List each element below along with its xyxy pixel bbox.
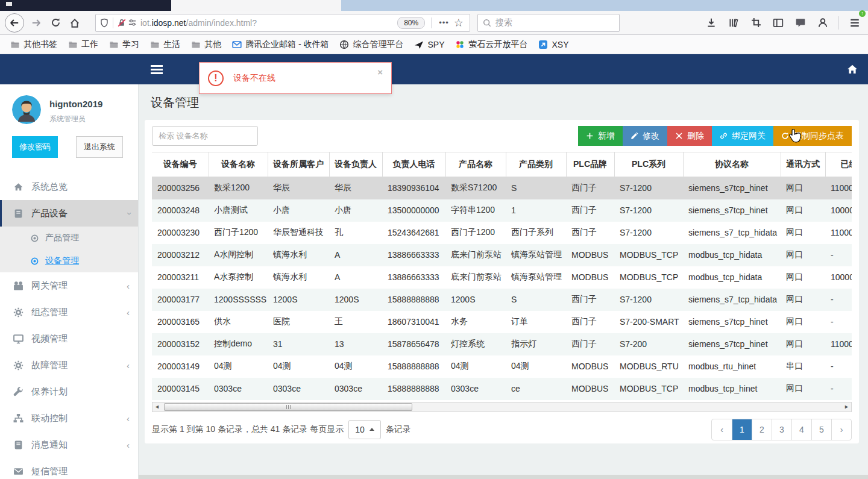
change-password-button[interactable]: 修改密码 bbox=[12, 136, 58, 158]
messages-bubble-icon[interactable] bbox=[792, 13, 809, 33]
url-bar[interactable]: iot.idosp.net/admin/index.html? 80% ••• … bbox=[95, 14, 470, 32]
column-header[interactable]: 负责人电话 bbox=[382, 152, 445, 177]
tracking-shield-icon[interactable] bbox=[99, 18, 109, 28]
强制同步点表-button[interactable]: 强制同步点表 bbox=[773, 126, 852, 146]
monitor-icon bbox=[13, 334, 24, 344]
sidebars-icon[interactable] bbox=[770, 13, 787, 33]
column-header[interactable]: 设备负责人 bbox=[329, 152, 382, 177]
page-4[interactable]: 4 bbox=[791, 419, 811, 440]
table-row[interactable]: 200003165供水医院王18607310041水务订单西门子S7-200-S… bbox=[152, 311, 852, 333]
sidebar-item-保养计划[interactable]: 保养计划 bbox=[0, 378, 138, 405]
page-3[interactable]: 3 bbox=[772, 419, 791, 440]
table-row[interactable]: 2000031450303ce0303ce0303ce1588888888803… bbox=[152, 378, 852, 400]
browser-toolbar: iot.idosp.net/admin/index.html? 80% ••• … bbox=[0, 11, 868, 35]
reload-button[interactable] bbox=[46, 13, 65, 33]
screenshot-crop-icon[interactable] bbox=[747, 13, 764, 33]
column-header[interactable]: PLC品牌 bbox=[566, 152, 614, 177]
bookmark-item[interactable]: 学习 bbox=[105, 37, 143, 52]
bookmark-item[interactable]: 工作 bbox=[64, 37, 102, 52]
column-header[interactable]: 已绑定网关 bbox=[825, 152, 852, 177]
table-row[interactable]: 2000031771200SSSSSS1200S1200S15888888888… bbox=[152, 289, 852, 311]
table-row[interactable]: 20000314904测04测04测1588888888804测04测MODBU… bbox=[152, 355, 852, 378]
bookmark-item[interactable]: 其他书签 bbox=[6, 37, 61, 52]
sidebar-item-故障管理[interactable]: 故障管理‹ bbox=[0, 352, 138, 378]
permissions-icon[interactable] bbox=[128, 18, 137, 27]
downloads-icon[interactable] bbox=[703, 13, 720, 33]
page-5[interactable]: 5 bbox=[811, 419, 831, 440]
新增-button[interactable]: 新增 bbox=[578, 126, 623, 146]
sidebar-item-网关管理[interactable]: 网关管理‹ bbox=[0, 272, 138, 299]
sidebar-item-产品管理[interactable]: 产品管理 bbox=[0, 227, 138, 249]
horizontal-scrollbar[interactable]: ◄ ► bbox=[152, 402, 852, 412]
scroll-right-arrow[interactable]: ► bbox=[842, 402, 851, 412]
bookmark-star-icon[interactable]: ☆ bbox=[454, 16, 464, 30]
library-icon[interactable] bbox=[725, 13, 742, 33]
bookmark-item[interactable]: SPY bbox=[410, 38, 448, 51]
table-row[interactable]: 200003211A水泵控制镇海水利A13886663333底来门前泵站镇海泵站… bbox=[152, 266, 852, 289]
column-header[interactable]: 通讯方式 bbox=[781, 152, 825, 177]
修改-button[interactable]: 修改 bbox=[623, 126, 667, 146]
page-next[interactable]: › bbox=[831, 419, 851, 440]
bookmark-item[interactable]: 综合管理平台 bbox=[335, 37, 407, 52]
url-text: iot.idosp.net/admin/index.html? bbox=[140, 18, 395, 28]
scroll-left-arrow[interactable]: ◄ bbox=[153, 402, 162, 412]
page-actions-icon[interactable]: ••• bbox=[439, 18, 449, 27]
page-1[interactable]: 1 bbox=[732, 419, 752, 440]
table-row[interactable]: 200003248小唐测试小唐小唐13500000000字符串12001西门子S… bbox=[152, 199, 852, 222]
bookmark-item[interactable]: 萤石云开放平台 bbox=[451, 37, 532, 52]
删除-button[interactable]: 删除 bbox=[667, 126, 712, 146]
home-button[interactable] bbox=[65, 13, 84, 33]
chevron-down-icon: ‹ bbox=[123, 212, 133, 215]
column-header[interactable]: 产品类别 bbox=[506, 152, 566, 177]
sidebar-toggle-icon[interactable] bbox=[151, 63, 163, 75]
table-row[interactable]: 200003256数采1200华辰华辰18390936104数采S71200S西… bbox=[152, 177, 852, 199]
forward-button[interactable] bbox=[27, 13, 46, 33]
app-header bbox=[0, 54, 868, 84]
绑定网关-button[interactable]: 绑定网关 bbox=[712, 126, 773, 146]
sidebar: hignton2019 系统管理员 修改密码 退出系统 系统总览产品设备‹产品管… bbox=[0, 54, 139, 479]
bookmark-item[interactable]: 其他 bbox=[187, 37, 225, 52]
chevron-left-icon: ‹ bbox=[127, 413, 130, 424]
browser-tab-active[interactable] bbox=[0, 0, 171, 11]
table-row[interactable]: 200003212A水闸控制镇海水利A13886663333底来门前泵站镇海泵站… bbox=[152, 244, 852, 266]
header-home-icon[interactable] bbox=[846, 63, 858, 75]
insecure-lock-icon[interactable] bbox=[117, 18, 127, 28]
sidebar-item-系统总览[interactable]: 系统总览 bbox=[0, 174, 138, 200]
envelope-icon bbox=[13, 466, 24, 477]
search-bar[interactable]: 搜索 bbox=[477, 14, 620, 32]
zoom-level-badge[interactable]: 80% bbox=[397, 17, 425, 29]
sidebar-item-设备管理[interactable]: 设备管理 bbox=[0, 249, 138, 272]
column-header[interactable]: 协议名称 bbox=[683, 152, 781, 177]
device-search-input[interactable] bbox=[152, 126, 258, 146]
browser-tab-inactive[interactable] bbox=[171, 0, 341, 11]
page-2[interactable]: 2 bbox=[752, 419, 772, 440]
scrollbar-thumb[interactable] bbox=[164, 403, 412, 411]
sidebar-item-产品设备[interactable]: 产品设备‹ bbox=[0, 200, 138, 227]
sidebar-item-视频管理[interactable]: 视频管理 bbox=[0, 325, 138, 352]
gears-icon bbox=[13, 360, 24, 371]
alert-close-icon[interactable]: × bbox=[377, 69, 383, 76]
link-icon bbox=[720, 132, 728, 140]
page-title: 设备管理 bbox=[151, 95, 868, 111]
column-header[interactable]: PLC系列 bbox=[614, 152, 683, 177]
gateway-icon bbox=[13, 281, 24, 291]
column-header[interactable]: 设备名称 bbox=[209, 152, 268, 177]
logout-button[interactable]: 退出系统 bbox=[76, 136, 123, 158]
bookmark-item[interactable]: 腾讯企业邮箱 - 收件箱 bbox=[228, 37, 333, 52]
column-header[interactable]: 设备编号 bbox=[152, 152, 209, 177]
app-menu-icon[interactable]: ↑ bbox=[846, 13, 863, 33]
table-row[interactable]: 200003152控制demo311315878656478灯控系统指示灯西门子… bbox=[152, 333, 852, 355]
sidebar-item-联动控制[interactable]: 联动控制‹ bbox=[0, 405, 138, 431]
bookmark-item[interactable]: XSY bbox=[534, 38, 573, 51]
sidebar-item-消息通知[interactable]: 消息通知‹ bbox=[0, 431, 138, 458]
page-size-dropdown[interactable]: 10 bbox=[348, 420, 381, 439]
column-header[interactable]: 设备所属客户 bbox=[268, 152, 329, 177]
account-icon[interactable] bbox=[814, 13, 831, 33]
bookmark-item[interactable]: 生活 bbox=[146, 37, 184, 52]
table-row[interactable]: 200003230西门子1200华辰智通科技孔15243642681西门子120… bbox=[152, 222, 852, 244]
sidebar-item-短信管理[interactable]: 短信管理 bbox=[0, 458, 138, 479]
page-prev[interactable]: ‹ bbox=[712, 419, 732, 440]
column-header[interactable]: 产品名称 bbox=[445, 152, 506, 177]
back-button[interactable] bbox=[5, 13, 24, 33]
sidebar-item-组态管理[interactable]: 组态管理‹ bbox=[0, 299, 138, 325]
